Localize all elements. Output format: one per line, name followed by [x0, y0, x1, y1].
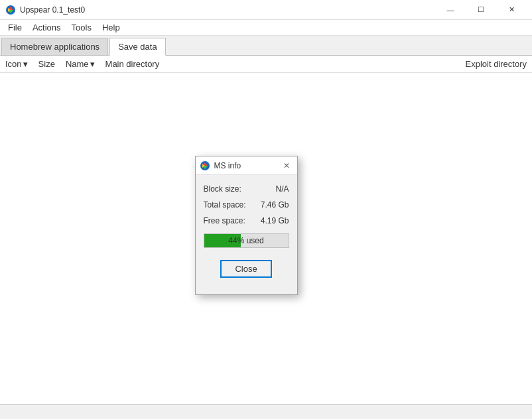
modal-overlay: MS info ✕ Block size: N/A Total space: 7… — [0, 73, 532, 404]
app-icon — [5, 5, 16, 15]
tab-savedata[interactable]: Save data — [109, 38, 166, 56]
title-bar-left: Upspear 0.1_test0 — [5, 5, 85, 15]
free-space-label: Free space: — [204, 216, 245, 225]
block-size-label: Block size: — [204, 184, 241, 194]
col-main-directory: Main directory — [103, 58, 163, 70]
tab-homebrew[interactable]: Homebrew applications — [1, 38, 108, 55]
col-name-arrow: ▾ — [90, 59, 95, 69]
column-headers: Icon ▾ Size Name ▾ Main directory Exploi… — [0, 56, 532, 73]
total-space-row: Total space: 7.46 Gb — [204, 200, 289, 210]
title-bar-controls: — ☐ ✕ — [435, 0, 527, 20]
col-size: Size — [36, 58, 58, 70]
title-bar: Upspear 0.1_test0 — ☐ ✕ — [0, 0, 532, 20]
tab-bar: Homebrew applications Save data — [0, 36, 532, 56]
menu-file[interactable]: File — [3, 20, 27, 36]
block-size-value: N/A — [275, 184, 289, 194]
dialog-title: MS info — [214, 161, 241, 170]
col-icon-arrow: ▾ — [23, 59, 28, 69]
close-button[interactable]: ✕ — [496, 0, 527, 20]
col-icon-label: Icon — [5, 59, 22, 69]
progress-text: 44% used — [228, 236, 263, 245]
dialog-footer: Close — [196, 255, 297, 286]
main-content: MS info ✕ Block size: N/A Total space: 7… — [0, 73, 532, 404]
col-name[interactable]: Name ▾ — [63, 58, 98, 70]
col-name-label: Name — [66, 59, 89, 69]
status-bar — [0, 404, 532, 419]
dialog-body: Block size: N/A Total space: 7.46 Gb Fre… — [196, 175, 297, 255]
menu-help[interactable]: Help — [97, 20, 125, 36]
total-space-value: 7.46 Gb — [261, 200, 289, 210]
close-dialog-button[interactable]: Close — [220, 260, 271, 278]
free-space-value: 4.19 Gb — [261, 216, 289, 225]
dialog-title-area: MS info — [200, 160, 241, 171]
minimize-button[interactable]: — — [435, 0, 466, 20]
block-size-row: Block size: N/A — [204, 184, 289, 194]
dialog-titlebar: MS info ✕ — [196, 156, 297, 175]
menu-actions[interactable]: Actions — [27, 20, 66, 36]
dialog-icon — [200, 160, 210, 171]
total-space-label: Total space: — [204, 200, 246, 210]
col-exploit-directory: Exploit directory — [463, 58, 529, 70]
window-title: Upspear 0.1_test0 — [20, 5, 85, 15]
menu-tools[interactable]: Tools — [66, 20, 97, 36]
menu-bar: File Actions Tools Help — [0, 20, 532, 36]
dialog-close-x-button[interactable]: ✕ — [280, 159, 293, 172]
usage-progress-bar: 44% used — [204, 233, 289, 248]
free-space-row: Free space: 4.19 Gb — [204, 216, 289, 225]
ms-info-dialog: MS info ✕ Block size: N/A Total space: 7… — [195, 156, 298, 295]
col-icon[interactable]: Icon ▾ — [3, 58, 31, 70]
maximize-button[interactable]: ☐ — [466, 0, 496, 20]
